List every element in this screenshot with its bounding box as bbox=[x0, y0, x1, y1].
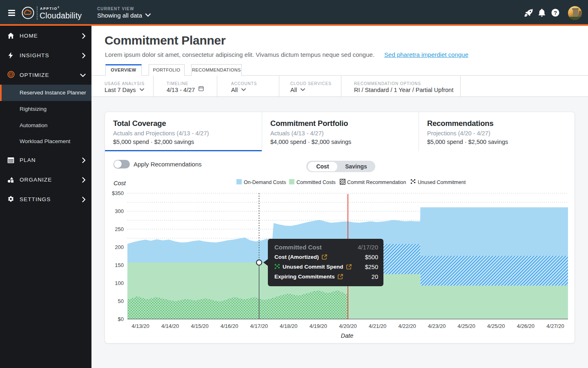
svg-text:4/16/20: 4/16/20 bbox=[220, 323, 238, 329]
svg-text:4/18/20: 4/18/20 bbox=[280, 323, 297, 329]
svg-text:On-Demand Costs: On-Demand Costs bbox=[244, 180, 286, 185]
svg-text:4/19/20: 4/19/20 bbox=[310, 323, 327, 329]
svg-text:Cost: Cost bbox=[114, 180, 126, 186]
svg-text:4/17/20: 4/17/20 bbox=[250, 323, 268, 329]
svg-text:4/22/20: 4/22/20 bbox=[398, 323, 416, 329]
svg-text:300: 300 bbox=[115, 208, 124, 214]
svg-text:$350: $350 bbox=[112, 190, 124, 196]
svg-text:4/27/20: 4/27/20 bbox=[546, 323, 564, 329]
svg-text:4/25/20: 4/25/20 bbox=[487, 323, 505, 329]
svg-text:4/20/20: 4/20/20 bbox=[339, 323, 356, 329]
svg-text:4/15/20: 4/15/20 bbox=[191, 323, 208, 329]
svg-text:4/14/20: 4/14/20 bbox=[161, 323, 179, 329]
svg-text:4/23/20: 4/23/20 bbox=[428, 323, 445, 329]
svg-text:100: 100 bbox=[115, 280, 124, 286]
svg-text:$0: $0 bbox=[118, 316, 124, 322]
svg-text:4/21/20: 4/21/20 bbox=[369, 323, 386, 329]
svg-text:Date: Date bbox=[341, 332, 354, 339]
svg-text:Commit Recommendation: Commit Recommendation bbox=[347, 180, 406, 185]
svg-text:?: ? bbox=[554, 10, 557, 16]
svg-text:Unused Commitment: Unused Commitment bbox=[418, 180, 466, 185]
svg-text:Committed Costs: Committed Costs bbox=[296, 180, 336, 185]
svg-text:200: 200 bbox=[115, 244, 124, 250]
svg-text:4/26/20: 4/26/20 bbox=[517, 323, 535, 329]
svg-text:50: 50 bbox=[118, 298, 124, 304]
svg-text:150: 150 bbox=[115, 262, 124, 268]
svg-text:4/13/20: 4/13/20 bbox=[131, 323, 149, 329]
svg-text:4/25/20: 4/25/20 bbox=[458, 323, 475, 329]
svg-text:250: 250 bbox=[115, 226, 124, 232]
